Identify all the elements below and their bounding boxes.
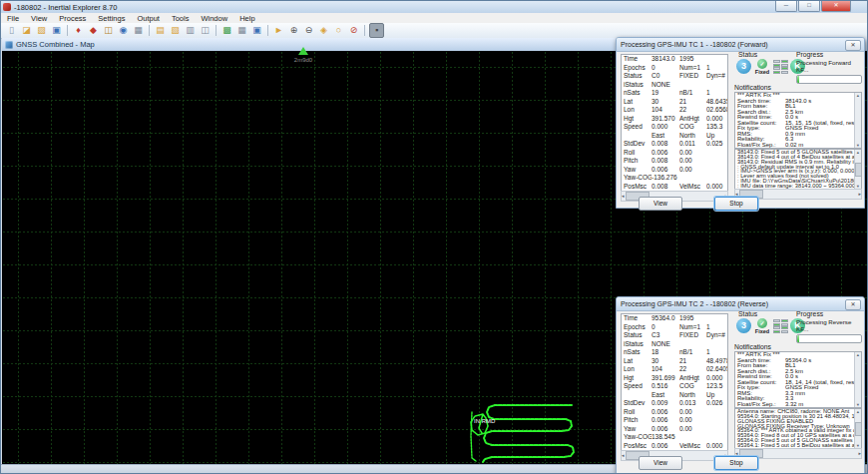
stats-row: StdDev0.0080.0110.025 [622,140,727,149]
notifications-vscrollbar[interactable]: ▴▾ [854,93,861,148]
highlight-lamp-icon[interactable]: ○ [332,24,345,37]
map-image-icon[interactable]: ▧ [169,24,182,37]
stats-cell: C0 [651,72,679,81]
dialog-titlebar[interactable]: Processing GPS-IMU TC 1 - -180802 (Forwa… [617,38,864,52]
zoom-extents-icon[interactable]: ◈ [317,24,330,37]
menu-file[interactable]: File [1,14,25,23]
dialog-titlebar[interactable]: Processing GPS-IMU TC 2 - -180802 (Rever… [617,297,864,311]
stats-cell: 391.699 [651,374,679,383]
stats-cell: 0.00 [679,416,706,425]
stats-cell: Lat [622,98,651,107]
dialog-close-icon[interactable]: ✕ [845,299,861,310]
stats-cell: Roll [622,408,651,417]
zoom-out-icon[interactable]: ⊖ [302,24,315,37]
process-gnss-ins-icon[interactable]: ◆ [87,24,100,37]
log-vscrollbar[interactable]: ▴▾ [854,150,861,189]
progress-bar [796,75,862,84]
stats-cell [622,391,651,400]
stop-button[interactable]: Stop [714,456,758,470]
stats-cell: Up [706,391,727,400]
stats-cell: Hgt [622,374,651,383]
stats-cell [706,408,727,417]
view-button[interactable]: View [639,197,682,211]
notification-value: 0.02 m [785,143,861,149]
map-window-title: GNSS Combined - Map [16,40,95,49]
stats-cell: StdDev [622,140,651,149]
stop-button[interactable]: Stop [714,197,758,211]
menu-settings[interactable]: Settings [92,14,131,23]
stats-cell: 391.570 [651,115,679,124]
plot-window-icon[interactable]: ▤ [154,24,167,37]
stats-cell: 95364.0 [651,314,679,323]
menu-help[interactable]: Help [233,14,260,23]
stats-cell [706,166,727,175]
title-bar[interactable]: -180802 - Inertial Explorer 8.70 [1,1,868,13]
base-station-marker[interactable] [298,47,308,55]
select-pointer-icon[interactable]: ► [272,24,285,37]
export-wizard-icon[interactable]: ◫ [102,24,115,37]
stats-cell [706,149,727,158]
notification-value: 3.32 m [785,402,861,408]
search-icon[interactable]: ◉ [117,24,130,37]
scroll-right-icon[interactable]: ▸ [858,192,861,197]
data-table-icon[interactable]: ▦ [235,24,248,37]
stats-cell [706,340,727,349]
stats-cell: PosMsc [622,442,651,451]
stats-row: Roll0.0060.00 [622,408,727,417]
menu-window[interactable]: Window [195,14,233,23]
stats-cell: 0.00 [679,149,706,158]
stats-cell: 0.008 [651,183,679,192]
stats-cell: Lon [622,365,651,374]
stats-cell: 135.3 [706,123,727,132]
multi-plot-icon[interactable]: ◫ [199,24,212,37]
close-button[interactable]: ✕ [821,1,851,12]
stats-cell: 0.025 [706,140,727,149]
stats-cell: Status [622,331,651,340]
stats-cell: Dyn=# [706,72,727,81]
notifications-vscrollbar[interactable]: ▴▾ [854,352,861,407]
menu-tools[interactable]: Tools [166,14,196,23]
measure-tool-icon[interactable]: ▥ [184,24,197,37]
save-project-icon[interactable]: ▣ [50,24,63,37]
stats-cell: Pitch [622,157,651,166]
stats-cell: nB/1 [679,89,706,98]
process-gnss-icon[interactable]: ♦ [72,24,85,37]
stats-cell: 21 [679,98,706,107]
fixed-check-icon: ✓ [757,59,767,69]
map-checker-icon[interactable]: ▩ [220,24,233,37]
open-folder-icon[interactable]: ◪ [20,24,33,37]
save-all-icon[interactable]: ▣ [250,24,263,37]
processing-dialog-reverse: Processing GPS-IMU TC 2 - -180802 (Rever… [616,296,865,474]
dialog-close-icon[interactable]: ✕ [845,40,861,51]
grid-view-icon[interactable]: ▦ [132,24,145,37]
menu-view[interactable]: View [25,14,53,23]
new-project-icon[interactable]: ▯ [5,24,18,37]
minimize-button[interactable]: ─ [775,1,797,12]
view-button[interactable]: View [639,456,682,470]
panel-toggle-icon[interactable]: ▪ [369,23,384,38]
stats-cell: 0.00 [679,166,706,175]
add-file-icon[interactable]: ▨ [35,24,48,37]
stats-row: Yaw0.0060.00 [622,166,727,175]
stats-cell [706,425,727,434]
zoom-in-icon[interactable]: ⊕ [287,24,300,37]
scroll-right-icon[interactable]: ▸ [858,451,861,456]
stats-cell [679,340,706,349]
menu-process[interactable]: Process [53,14,92,23]
stats-cell: 104 [651,106,679,115]
stats-row: Lat302148.6435 [622,98,727,107]
stats-cell: 0.000 [651,123,679,132]
maximize-button[interactable]: □ [798,1,820,12]
log-vscrollbar[interactable]: ▴▾ [854,409,861,448]
menu-output[interactable]: Output [131,14,166,23]
message-log: ▴▾ 38143.0: Fixed 5 out of 5 GLONASS sat… [734,149,862,190]
stats-cell: AntHgt [679,115,706,124]
stats-row: Yaw0.0060.00 [622,425,727,434]
toolbar-separator [364,25,365,36]
stats-cell [679,81,706,90]
stats-cell: 0.000 [706,183,727,192]
scroll-left-icon[interactable]: ◂ [622,194,625,199]
stop-processing-icon[interactable]: ⊘ [347,24,360,37]
scroll-left-icon[interactable]: ◂ [622,453,625,458]
progress-text: Processing Reverse KF... [796,319,862,332]
